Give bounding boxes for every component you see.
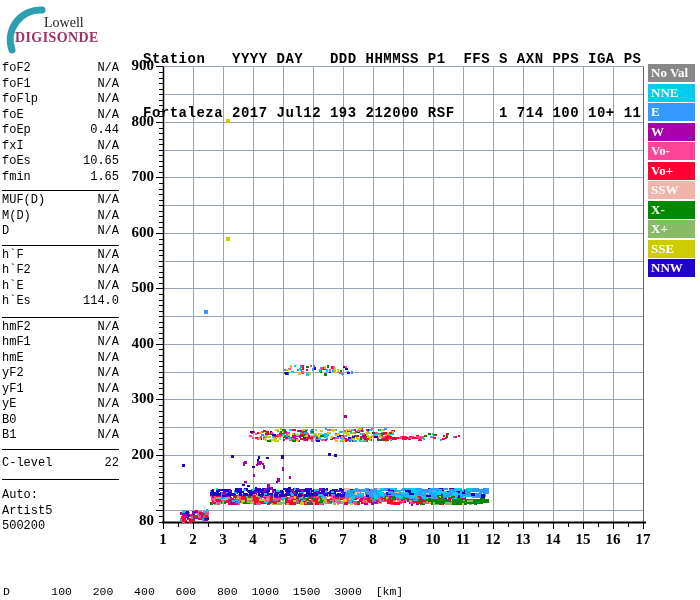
param-value: 10.65	[83, 154, 119, 170]
legend-item-x-plus: X+	[648, 220, 695, 238]
param-row: hmEN/A	[2, 351, 119, 367]
param-value: N/A	[97, 61, 119, 77]
param-section-frequencies: foF2N/AfoF1N/AfoFlpN/AfoEN/AfoEp0.44fxIN…	[2, 59, 119, 191]
param-label: foFlp	[2, 92, 38, 108]
param-row: hmF2N/A	[2, 320, 119, 336]
param-label: C-level	[2, 456, 52, 472]
param-label: hmE	[2, 351, 24, 367]
parameter-panel: foF2N/AfoF1N/AfoFlpN/AfoEN/AfoEp0.44fxIN…	[2, 59, 119, 540]
legend-item-vo-minus: Vo-	[648, 142, 695, 160]
logo-digisonde-text: DIGISONDE	[15, 30, 99, 46]
station-header-labels: Station YYYY DAY DDD HHMMSS P1 FFS S AXN…	[143, 50, 641, 68]
param-row: foEp0.44	[2, 123, 119, 139]
param-value: N/A	[97, 139, 119, 155]
station-header: Station YYYY DAY DDD HHMMSS P1 FFS S AXN…	[143, 14, 641, 158]
param-row: yF1N/A	[2, 382, 119, 398]
param-value: N/A	[97, 382, 119, 398]
param-label: hmF1	[2, 335, 31, 351]
param-section-virtual-heights: h`FN/Ah`F2N/Ah`EN/Ah`Es114.0	[2, 246, 119, 318]
param-row: h`Es114.0	[2, 294, 119, 310]
legend-item-no-val: No Val	[648, 64, 695, 82]
param-value: N/A	[97, 366, 119, 382]
distance-row: D 100 200 400 600 800 1000 1500 3000 [km…	[3, 585, 686, 600]
color-legend: No ValNNEEWVo-Vo+SSWX-X+SSENNW	[648, 64, 695, 279]
legend-item-x-minus: X-	[648, 201, 695, 219]
param-label: h`E	[2, 279, 24, 295]
param-row: yEN/A	[2, 397, 119, 413]
param-value: N/A	[97, 320, 119, 336]
legend-item-sse: SSE	[648, 240, 695, 258]
param-value: N/A	[97, 413, 119, 429]
param-value: N/A	[97, 279, 119, 295]
param-label: foEp	[2, 123, 31, 139]
param-row: B1N/A	[2, 428, 119, 444]
legend-item-nnw: NNW	[648, 259, 695, 277]
param-label: B0	[2, 413, 16, 429]
param-row: foF1N/A	[2, 77, 119, 93]
legend-item-nne: NNE	[648, 84, 695, 102]
param-row: foF2N/A	[2, 61, 119, 77]
param-label: h`Es	[2, 294, 31, 310]
param-value: N/A	[97, 92, 119, 108]
param-section-peak-params: hmF2N/AhmF1N/AhmEN/AyF2N/AyF1N/AyEN/AB0N…	[2, 318, 119, 450]
param-label: fxI	[2, 139, 24, 155]
param-value: N/A	[97, 193, 119, 209]
param-value: N/A	[97, 428, 119, 444]
param-label: foE	[2, 108, 24, 124]
param-label: yE	[2, 397, 16, 413]
param-value: N/A	[97, 108, 119, 124]
param-value: N/A	[97, 397, 119, 413]
param-row: C-level22	[2, 456, 119, 472]
param-value: N/A	[97, 209, 119, 225]
param-section-software: Auto:Artist5500200	[2, 480, 119, 540]
param-row: h`FN/A	[2, 248, 119, 264]
param-row: yF2N/A	[2, 366, 119, 382]
station-header-values: Fortaleza 2017 Jul12 193 212000 RSF 1 71…	[143, 104, 641, 122]
param-label: yF1	[2, 382, 24, 398]
param-label: h`F	[2, 248, 24, 264]
param-row: foEs10.65	[2, 154, 119, 170]
param-value: 0.44	[90, 123, 119, 139]
param-label: hmF2	[2, 320, 31, 336]
param-row: M(D)N/A	[2, 209, 119, 225]
legend-item-e: E	[648, 103, 695, 121]
logo-lowell-text: Lowell	[44, 15, 84, 31]
param-row: h`EN/A	[2, 279, 119, 295]
param-row: DN/A	[2, 224, 119, 240]
lowell-digisonde-logo: Lowell DIGISONDE	[4, 4, 119, 56]
param-label: foF2	[2, 61, 31, 77]
param-value: N/A	[97, 351, 119, 367]
param-row: B0N/A	[2, 413, 119, 429]
param-value: N/A	[97, 224, 119, 240]
param-label: M(D)	[2, 209, 31, 225]
legend-item-ssw: SSW	[648, 181, 695, 199]
legend-item-w: W	[648, 123, 695, 141]
param-label: h`F2	[2, 263, 31, 279]
param-label: Artist5	[2, 504, 52, 520]
param-section-confidence: C-level22	[2, 450, 119, 481]
param-value: 114.0	[83, 294, 119, 310]
param-value: N/A	[97, 263, 119, 279]
param-row: hmF1N/A	[2, 335, 119, 351]
param-label: 500200	[2, 519, 45, 535]
param-label: fmin	[2, 170, 31, 186]
param-row: fxIN/A	[2, 139, 119, 155]
footer: D 100 200 400 600 800 1000 1500 3000 [km…	[3, 556, 686, 600]
param-value: N/A	[97, 77, 119, 93]
param-label: foF1	[2, 77, 31, 93]
param-section-muf: MUF(D)N/AM(D)N/ADN/A	[2, 191, 119, 246]
param-row: fmin1.65	[2, 170, 119, 186]
param-row: h`F2N/A	[2, 263, 119, 279]
param-label: D	[2, 224, 9, 240]
param-label: foEs	[2, 154, 31, 170]
param-row: foEN/A	[2, 108, 119, 124]
param-row: 500200	[2, 519, 119, 535]
param-row: MUF(D)N/A	[2, 193, 119, 209]
param-label: MUF(D)	[2, 193, 45, 209]
param-label: B1	[2, 428, 16, 444]
ionogram-page: Lowell DIGISONDE Station YYYY DAY DDD HH…	[0, 0, 700, 600]
param-value: 22	[105, 456, 119, 472]
param-value: 1.65	[90, 170, 119, 186]
param-label: Auto:	[2, 488, 38, 504]
legend-item-vo-plus: Vo+	[648, 162, 695, 180]
